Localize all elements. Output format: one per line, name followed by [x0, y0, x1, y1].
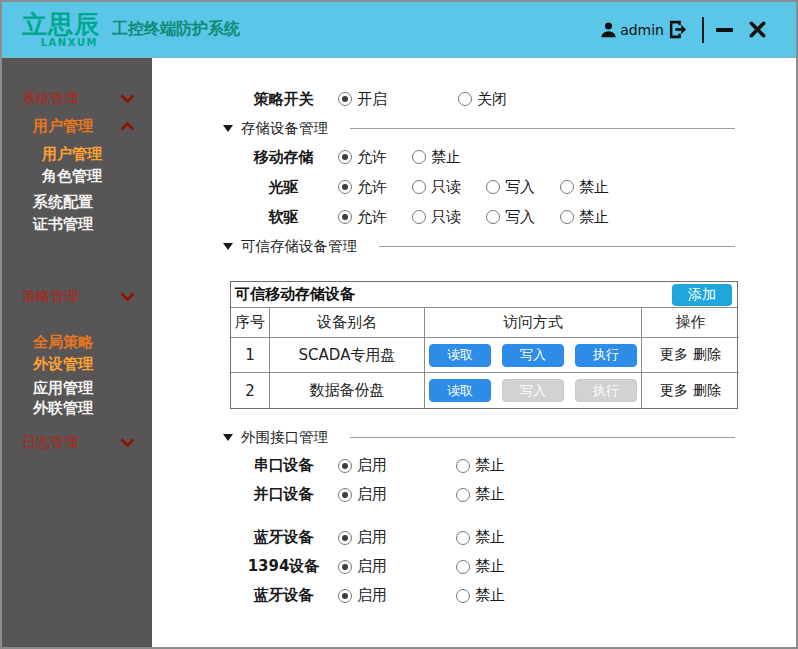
section-divider [350, 128, 735, 129]
execute-permission-button[interactable]: 执行 [575, 379, 637, 402]
bluetooth-forbid-radio[interactable]: 禁止 [456, 528, 505, 547]
minimize-icon [716, 28, 733, 32]
radio-label: 启用 [357, 586, 387, 605]
serial-enable-radio[interactable]: 启用 [338, 456, 456, 475]
brand-logo: 立思辰 LANXUM [22, 12, 100, 48]
optical-readonly-radio[interactable]: 只读 [412, 178, 486, 197]
row-label: 软驱 [236, 208, 331, 227]
sidebar-item-policy-management[interactable]: 策略管理 [2, 288, 152, 304]
row-no: 2 [231, 373, 270, 408]
removable-forbid-radio[interactable]: 禁止 [412, 148, 461, 167]
row-no: 1 [231, 338, 270, 373]
read-permission-button[interactable]: 读取 [429, 379, 491, 402]
bluetooth2-enable-radio[interactable]: 启用 [338, 586, 456, 605]
sidebar-item-label: 日志管理 [22, 434, 78, 450]
radio-icon [338, 210, 352, 224]
floppy-write-radio[interactable]: 写入 [486, 208, 560, 227]
trusted-device-table: 可信移动存储设备 添加 序号 设备别名 访问方式 操作 1 SCADA专用盘 读… [230, 281, 738, 409]
brand-logo-subtext: LANXUM [41, 38, 98, 48]
radio-label: 只读 [431, 208, 461, 227]
sidebar-item-global-policy[interactable]: 全局策略 [2, 334, 152, 350]
floppy-readonly-radio[interactable]: 只读 [412, 208, 486, 227]
close-icon [749, 21, 766, 38]
sidebar-nav: 系统管理 用户管理 用户管理 角色管理 系统配置 证书管理 策略管理 [2, 58, 152, 647]
column-header-access: 访问方式 [425, 308, 642, 338]
read-permission-button[interactable]: 读取 [429, 344, 491, 367]
write-permission-button[interactable]: 写入 [502, 379, 564, 402]
policy-switch-off-radio[interactable]: 关闭 [458, 90, 507, 109]
sidebar-item-system-management[interactable]: 系统管理 [2, 90, 152, 106]
sidebar-item-certificate-management[interactable]: 证书管理 [2, 216, 152, 232]
radio-label: 写入 [505, 208, 535, 227]
user-icon [600, 21, 617, 38]
bluetooth-enable-radio[interactable]: 启用 [338, 528, 456, 547]
optical-forbid-radio[interactable]: 禁止 [560, 178, 609, 197]
optical-write-radio[interactable]: 写入 [486, 178, 560, 197]
row-actions-cell: 更多 删除 [642, 338, 739, 373]
execute-permission-button[interactable]: 执行 [575, 344, 637, 367]
radio-label: 开启 [357, 90, 387, 109]
firewire-enable-radio[interactable]: 启用 [338, 557, 456, 576]
optical-allow-radio[interactable]: 允许 [338, 178, 412, 197]
add-device-button[interactable]: 添加 [672, 284, 732, 306]
section-title: 外围接口管理 [241, 428, 328, 447]
sidebar-item-role-management[interactable]: 角色管理 [2, 168, 152, 184]
removable-storage-row: 移动存储 允许 禁止 [152, 142, 796, 172]
bluetooth2-forbid-radio[interactable]: 禁止 [456, 586, 505, 605]
sidebar-item-label: 用户管理 [42, 146, 102, 162]
floppy-allow-radio[interactable]: 允许 [338, 208, 412, 227]
radio-label: 禁止 [475, 456, 505, 475]
radio-icon [456, 459, 470, 473]
close-button[interactable] [749, 21, 766, 38]
policy-switch-row: 策略开关 开启 关闭 [152, 84, 796, 114]
radio-icon [456, 560, 470, 574]
sidebar-item-user-management[interactable]: 用户管理 [2, 146, 152, 162]
radio-icon [456, 488, 470, 502]
logout-icon[interactable] [668, 20, 688, 39]
section-peripheral-interfaces[interactable]: 外围接口管理 [223, 423, 735, 451]
parallel-forbid-radio[interactable]: 禁止 [456, 485, 505, 504]
section-trusted-storage[interactable]: 可信存储设备管理 [223, 232, 735, 260]
more-link[interactable]: 更多 [660, 346, 688, 364]
device-alias: 数据备份盘 [270, 373, 425, 408]
firewire-forbid-radio[interactable]: 禁止 [456, 557, 505, 576]
radio-icon [486, 210, 500, 224]
section-title: 可信存储设备管理 [241, 237, 357, 256]
write-permission-button[interactable]: 写入 [502, 344, 564, 367]
section-storage-devices[interactable]: 存储设备管理 [223, 114, 735, 142]
policy-switch-label: 策略开关 [236, 90, 331, 109]
policy-switch-on-radio[interactable]: 开启 [338, 90, 458, 109]
sidebar-item-log-management[interactable]: 日志管理 [2, 434, 152, 450]
delete-link[interactable]: 删除 [693, 346, 721, 364]
radio-label: 只读 [431, 178, 461, 197]
sidebar-item-system-config[interactable]: 系统配置 [2, 194, 152, 210]
delete-link[interactable]: 删除 [693, 382, 721, 400]
sidebar-item-label: 外联管理 [33, 400, 93, 416]
minimize-button[interactable] [716, 28, 749, 32]
more-link[interactable]: 更多 [660, 382, 688, 400]
radio-icon [486, 180, 500, 194]
radio-label: 启用 [357, 456, 387, 475]
sidebar-item-label: 应用管理 [33, 380, 93, 396]
firewire-1394-row: 1394设备 启用 禁止 [152, 552, 796, 581]
sidebar-item-outreach-management[interactable]: 外联管理 [2, 400, 152, 416]
radio-label: 禁止 [475, 528, 505, 547]
floppy-forbid-radio[interactable]: 禁止 [560, 208, 609, 227]
removable-allow-radio[interactable]: 允许 [338, 148, 412, 167]
radio-icon [458, 92, 472, 106]
sidebar-item-label: 全局策略 [33, 334, 93, 350]
radio-icon [338, 92, 352, 106]
radio-icon [338, 180, 352, 194]
parallel-enable-radio[interactable]: 启用 [338, 485, 456, 504]
sidebar-item-label: 用户管理 [33, 118, 93, 134]
sidebar-item-application-management[interactable]: 应用管理 [2, 380, 152, 396]
sidebar-item-peripheral-management[interactable]: 外设管理 [2, 356, 152, 372]
header-bar: 立思辰 LANXUM 工控终端防护系统 admin [2, 2, 796, 58]
radio-icon [338, 459, 352, 473]
row-label: 串口设备 [236, 456, 331, 475]
radio-label: 允许 [357, 208, 387, 227]
brand-logo-text: 立思辰 [22, 12, 100, 37]
sidebar-item-user-management-group[interactable]: 用户管理 [2, 118, 152, 134]
sidebar-item-label: 证书管理 [33, 216, 93, 232]
serial-forbid-radio[interactable]: 禁止 [456, 456, 505, 475]
